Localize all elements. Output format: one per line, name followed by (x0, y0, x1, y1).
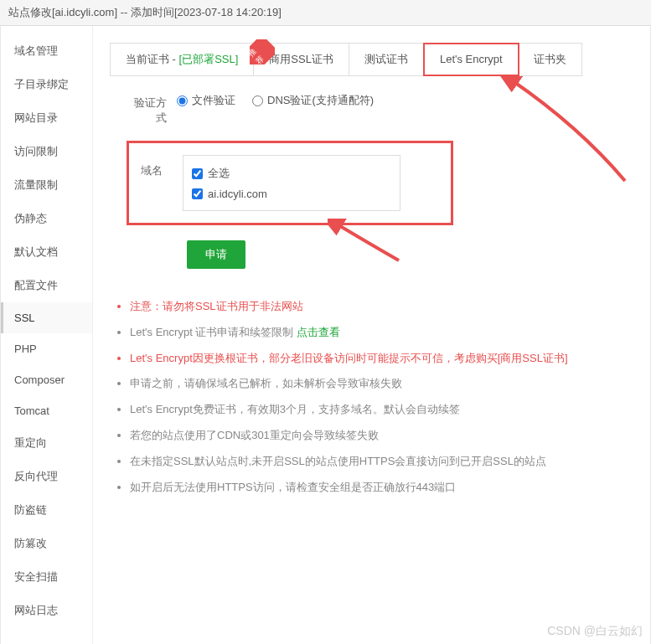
sidebar-item-13[interactable]: 反向代理 (1, 460, 92, 493)
sidebar-item-2[interactable]: 网站目录 (1, 101, 92, 135)
main-panel: 当前证书 - [已部署SSL]商用SSL证书测试证书Let's Encrypt证… (93, 26, 650, 644)
domain-checkbox[interactable]: ai.idcyli.com (190, 184, 393, 204)
select-all-checkbox[interactable]: 全选 (190, 162, 393, 184)
sidebar-item-9[interactable]: PHP (1, 333, 92, 364)
sidebar-item-4[interactable]: 流量限制 (1, 168, 92, 202)
sidebar-item-8[interactable]: SSL (1, 302, 92, 333)
sidebar-item-11[interactable]: Tomcat (1, 395, 92, 426)
sidebar-item-5[interactable]: 伪静态 (1, 202, 92, 235)
note-5: 若您的站点使用了CDN或301重定向会导致续签失败 (130, 423, 633, 449)
tab-4[interactable]: 证书夹 (519, 44, 581, 75)
note-link[interactable]: 点击查看 (297, 326, 340, 338)
domain-box: 域名 全选 ai.idcyli.com (127, 141, 453, 225)
note-7: 如开启后无法使用HTTPS访问，请检查安全组是否正确放行443端口 (130, 475, 633, 501)
note-3: 申请之前，请确保域名已解析，如未解析会导致审核失败 (130, 371, 633, 397)
tab-0[interactable]: 当前证书 - [已部署SSL] (111, 44, 254, 75)
sidebar-item-15[interactable]: 防篡改 (1, 527, 92, 560)
sidebar-item-6[interactable]: 默认文档 (1, 235, 92, 269)
sidebar-item-10[interactable]: Composer (1, 364, 92, 395)
form-area: 验证方式 文件验证 DNS验证(支持通配符) 域名 (110, 76, 633, 269)
window-title: 站点修改[ai.idcyli.com] -- 添加时间[2023-07-18 1… (0, 0, 651, 26)
sidebar-item-0[interactable]: 域名管理 (1, 34, 92, 68)
note-0: 注意：请勿将SSL证书用于非法网站 (130, 294, 633, 320)
ribbon-icon (250, 39, 275, 64)
notes-list: 注意：请勿将SSL证书用于非法网站Let's Encrypt 证书申请和续签限制… (110, 294, 633, 500)
tab-1[interactable]: 商用SSL证书 (254, 44, 349, 75)
radio-dns-input[interactable] (252, 95, 263, 106)
tab-2[interactable]: 测试证书 (349, 44, 424, 75)
sidebar-item-14[interactable]: 防盗链 (1, 493, 92, 527)
sidebar-item-1[interactable]: 子目录绑定 (1, 68, 92, 101)
verify-label: 验证方式 (127, 93, 177, 126)
sidebar-item-16[interactable]: 安全扫描 (1, 560, 92, 594)
tab-3[interactable]: Let's Encrypt (423, 43, 519, 76)
note-1: Let's Encrypt 证书申请和续签限制 点击查看 (130, 320, 633, 346)
sidebar-item-3[interactable]: 访问限制 (1, 135, 92, 168)
main-container: 域名管理子目录绑定网站目录访问限制流量限制伪静态默认文档配置文件SSLPHPCo… (0, 26, 651, 644)
select-all-label: 全选 (208, 166, 230, 181)
checkbox-domain[interactable] (192, 188, 203, 199)
note-6: 在未指定SSL默认站点时,未开启SSL的站点使用HTTPS会直接访问到已开启SS… (130, 449, 633, 475)
watermark: CSDN @白云如幻 (547, 624, 643, 639)
apply-button[interactable]: 申请 (187, 240, 245, 269)
domain-label: 域名 (141, 155, 173, 178)
verify-radio-group: 文件验证 DNS验证(支持通配符) (177, 93, 374, 108)
sidebar: 域名管理子目录绑定网站目录访问限制流量限制伪静态默认文档配置文件SSLPHPCo… (1, 26, 93, 644)
radio-file-label: 文件验证 (192, 93, 235, 108)
domain-list: 全选 ai.idcyli.com (183, 155, 400, 211)
sidebar-item-12[interactable]: 重定向 (1, 426, 92, 460)
note-4: Let's Encrypt免费证书，有效期3个月，支持多域名。默认会自动续签 (130, 397, 633, 423)
radio-file-input[interactable] (177, 95, 188, 106)
checkbox-all[interactable] (192, 168, 203, 179)
note-2: Let's Encrypt因更换根证书，部分老旧设备访问时可能提示不可信，考虑购… (130, 346, 633, 372)
sidebar-item-7[interactable]: 配置文件 (1, 269, 92, 302)
radio-dns-verify[interactable]: DNS验证(支持通配符) (252, 93, 374, 108)
domain-name: ai.idcyli.com (208, 188, 267, 200)
tabs: 当前证书 - [已部署SSL]商用SSL证书测试证书Let's Encrypt证… (110, 43, 582, 76)
radio-dns-label: DNS验证(支持通配符) (267, 93, 374, 108)
note-link-red[interactable]: [商用SSL证书] (498, 352, 568, 364)
sidebar-item-17[interactable]: 网站日志 (1, 594, 92, 627)
radio-file-verify[interactable]: 文件验证 (177, 93, 235, 108)
